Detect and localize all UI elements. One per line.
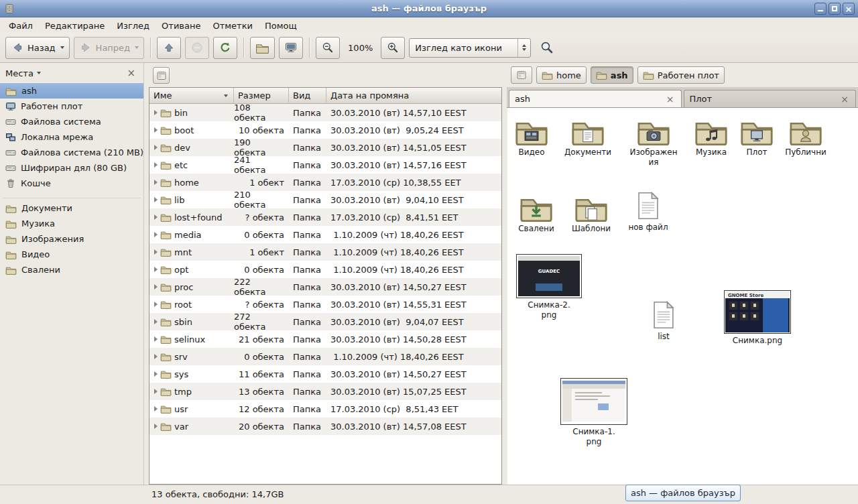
pane-location-button[interactable] bbox=[153, 67, 170, 84]
icon-view-item[interactable]: Публични bbox=[776, 117, 836, 158]
path-button-home[interactable]: home bbox=[536, 66, 587, 84]
icon-view-item[interactable]: GNOME StoreСнимка.png bbox=[727, 290, 788, 346]
stop-button[interactable] bbox=[185, 37, 209, 59]
menu-item[interactable]: Редактиране bbox=[39, 19, 111, 32]
table-row[interactable]: etc241 обектаПапка30.03.2010 (вт) 14,57,… bbox=[149, 156, 501, 174]
icon-view-item[interactable]: Изображен ия bbox=[623, 117, 684, 168]
expander-icon[interactable] bbox=[154, 284, 158, 290]
table-row[interactable]: boot10 обектаПапка30.03.2010 (вт) 9,05,2… bbox=[149, 121, 501, 139]
table-row[interactable]: mnt1 обектПапка 1.10.2009 (чт) 18,40,26 … bbox=[149, 243, 501, 261]
home-button[interactable] bbox=[250, 37, 275, 59]
icon-view-item[interactable]: GUADECСнимка-2. png bbox=[519, 254, 579, 320]
zoom-in-button[interactable] bbox=[381, 37, 405, 59]
minimize-button[interactable] bbox=[814, 3, 826, 15]
taskbar-window-button[interactable]: ash — файлов браузър bbox=[625, 485, 741, 501]
reload-button[interactable] bbox=[213, 37, 237, 59]
menu-item[interactable]: Отиване bbox=[156, 19, 206, 32]
titlebar[interactable]: ash — файлов браузър × bbox=[0, 0, 858, 17]
expander-icon[interactable] bbox=[154, 110, 158, 115]
places-item[interactable]: Локална мрежа bbox=[0, 129, 143, 145]
table-row[interactable]: dev190 обектаПапка30.03.2010 (вт) 14,51,… bbox=[149, 139, 501, 156]
table-row[interactable]: sys11 обектаПапка30.03.2010 (вт) 14,50,2… bbox=[149, 365, 501, 383]
search-button[interactable] bbox=[535, 37, 559, 59]
expander-icon[interactable] bbox=[154, 180, 158, 185]
places-item[interactable]: ash bbox=[0, 83, 143, 99]
icon-view-item[interactable]: Видео bbox=[501, 117, 562, 158]
icon-view-item[interactable]: list bbox=[633, 300, 694, 342]
back-button[interactable]: Назад bbox=[5, 37, 70, 59]
computer-button[interactable] bbox=[279, 37, 303, 59]
expander-icon[interactable] bbox=[154, 302, 158, 307]
menu-item[interactable]: Помощ bbox=[259, 19, 303, 32]
forward-button[interactable]: Напред bbox=[74, 37, 144, 59]
tab-close-button[interactable]: × bbox=[839, 94, 850, 104]
places-item[interactable]: Кошче bbox=[0, 176, 143, 191]
expander-icon[interactable] bbox=[154, 232, 158, 237]
places-item[interactable]: Шифриран дял (80 GB) bbox=[0, 160, 143, 176]
icon-view-item[interactable]: Снимка-1. png bbox=[564, 378, 624, 447]
icon-canvas[interactable]: ВидеоДокументиИзображен ияМузикаПлотПубл… bbox=[507, 108, 858, 485]
tab-close-button[interactable]: × bbox=[665, 94, 676, 104]
icon-view-item[interactable]: нов файл bbox=[618, 191, 678, 233]
view-mode-select[interactable]: Изглед като икони bbox=[409, 38, 531, 58]
back-dropdown-caret-icon[interactable] bbox=[60, 46, 64, 49]
expander-icon[interactable] bbox=[154, 249, 158, 255]
path-button-Работен плот[interactable]: Работен плот bbox=[637, 66, 725, 84]
places-item[interactable]: Музика bbox=[0, 216, 143, 231]
expander-icon[interactable] bbox=[154, 389, 158, 394]
places-item[interactable]: Свалени bbox=[0, 262, 143, 277]
expander-icon[interactable] bbox=[154, 162, 158, 168]
places-item[interactable]: Видео bbox=[0, 247, 143, 262]
column-header-name[interactable]: Име bbox=[149, 88, 234, 104]
icon-view-item[interactable]: Документи bbox=[558, 117, 618, 158]
places-item[interactable]: Файлова система bbox=[0, 114, 143, 129]
table-row[interactable]: sbin272 обектаПапка30.03.2010 (вт) 9,04,… bbox=[149, 313, 501, 330]
path-button-ash[interactable]: ash bbox=[591, 66, 633, 84]
icon-view-item[interactable]: Свалени bbox=[506, 194, 566, 234]
expander-icon[interactable] bbox=[154, 145, 158, 150]
table-row[interactable]: lost+found? обектаПапка17.03.2010 (ср) 8… bbox=[149, 208, 501, 226]
tab[interactable]: Плот× bbox=[684, 90, 857, 107]
expander-icon[interactable] bbox=[154, 424, 158, 429]
column-header-date[interactable]: Дата на промяна bbox=[326, 88, 501, 104]
menu-item[interactable]: Изглед bbox=[111, 19, 156, 32]
expander-icon[interactable] bbox=[154, 336, 158, 342]
path-button-root[interactable] bbox=[511, 66, 532, 84]
table-row[interactable]: proc222 обектаПапка30.03.2010 (вт) 14,50… bbox=[149, 278, 501, 296]
expander-icon[interactable] bbox=[154, 214, 158, 220]
expander-icon[interactable] bbox=[154, 371, 158, 377]
table-row[interactable]: selinux21 обектаПапка30.03.2010 (вт) 14,… bbox=[149, 330, 501, 348]
table-row[interactable]: home1 обектПапка17.03.2010 (ср) 10,38,55… bbox=[149, 174, 501, 191]
expander-icon[interactable] bbox=[154, 406, 158, 412]
table-row[interactable]: usr12 обектаПапка17.03.2010 (ср) 8,51,43… bbox=[149, 400, 501, 418]
column-header-size[interactable]: Размер bbox=[234, 88, 289, 104]
places-item[interactable]: Документи bbox=[0, 200, 143, 216]
up-button[interactable] bbox=[157, 37, 181, 59]
table-row[interactable]: lib210 обектаПапка30.03.2010 (вт) 9,04,1… bbox=[149, 191, 501, 208]
tab[interactable]: ash× bbox=[509, 90, 682, 107]
expander-icon[interactable] bbox=[154, 354, 158, 359]
icon-view-item[interactable]: Шаблони bbox=[561, 194, 621, 234]
menu-item[interactable]: Файл bbox=[3, 19, 39, 32]
table-row[interactable]: tmp13 обектаПапка30.03.2010 (вт) 15,07,2… bbox=[149, 383, 501, 400]
places-close-button[interactable]: × bbox=[124, 68, 138, 78]
zoom-out-button[interactable] bbox=[316, 37, 340, 59]
table-row[interactable]: media0 обектаПапка 1.10.2009 (чт) 18,40,… bbox=[149, 226, 501, 243]
expander-icon[interactable] bbox=[154, 127, 158, 133]
table-row[interactable]: opt0 обектаПапка 1.10.2009 (чт) 18,40,26… bbox=[149, 261, 501, 278]
close-button[interactable]: × bbox=[843, 3, 855, 15]
table-row[interactable]: srv0 обектаПапка 1.10.2009 (чт) 18,40,26… bbox=[149, 348, 501, 365]
expander-icon[interactable] bbox=[154, 197, 158, 202]
places-title[interactable]: Места bbox=[5, 68, 34, 78]
places-caret-icon[interactable] bbox=[37, 72, 41, 74]
table-row[interactable]: root? обектаПапка30.03.2010 (вт) 14,55,3… bbox=[149, 296, 501, 313]
table-row[interactable]: var20 обектаПапка30.03.2010 (вт) 14,57,0… bbox=[149, 418, 501, 435]
expander-icon[interactable] bbox=[154, 319, 158, 324]
table-row[interactable]: bin108 обектаПапка30.03.2010 (вт) 14,57,… bbox=[149, 104, 501, 121]
places-item[interactable]: Изображения bbox=[0, 231, 143, 247]
expander-icon[interactable] bbox=[154, 267, 158, 272]
places-item[interactable]: Файлова система (210 MB) bbox=[0, 145, 143, 160]
menu-item[interactable]: Отметки bbox=[206, 19, 258, 32]
places-item[interactable]: Работен плот bbox=[0, 99, 143, 114]
column-header-type[interactable]: Вид bbox=[289, 88, 326, 104]
